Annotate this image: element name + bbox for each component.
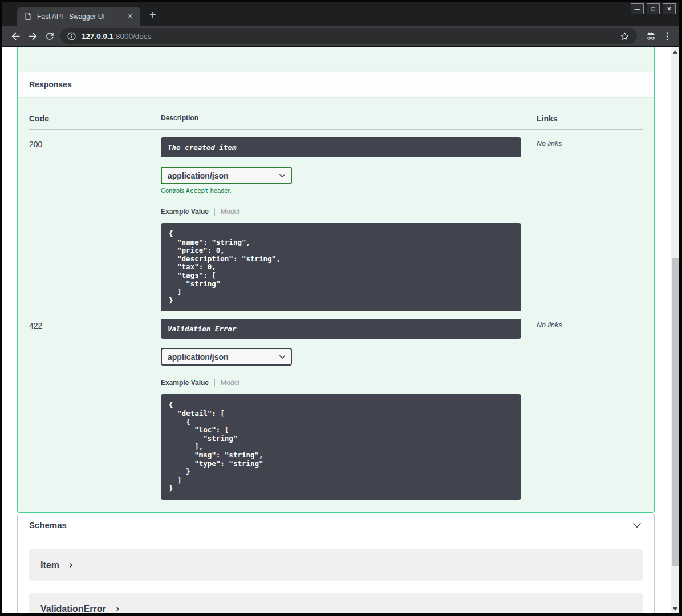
example-model-tabs: Example Value Model (161, 208, 521, 216)
opblock-spacer (18, 47, 654, 72)
links-column-header: Links (521, 114, 643, 123)
model-label: Item (40, 560, 59, 570)
schemas-models: Item ValidationError (18, 536, 654, 613)
accept-note-post: header. (209, 187, 232, 194)
tab-example-value[interactable]: Example Value (161, 379, 209, 387)
tab-model[interactable]: Model (221, 208, 239, 216)
tab-example-value[interactable]: Example Value (161, 208, 209, 216)
tabs-divider (214, 208, 215, 216)
model-label: ValidationError (40, 604, 106, 614)
response-links: No links (521, 137, 643, 311)
forward-button[interactable] (24, 27, 41, 44)
browser-toolbar: 127.0.0.1:8000/docs ⋮ (2, 26, 679, 47)
swagger-page: Responses Code Description Links 200 The… (2, 47, 679, 613)
close-button[interactable]: ✕ (663, 3, 676, 14)
incognito-profile-button[interactable] (642, 27, 660, 44)
scroll-down-icon[interactable] (673, 607, 677, 611)
tab-title: Fast API - Swagger UI (37, 13, 125, 21)
tab-fastapi-swagger[interactable]: Fast API - Swagger UI ✕ (17, 7, 140, 26)
chevron-down-icon[interactable] (631, 520, 643, 531)
schemas-title: Schemas (29, 520, 67, 530)
accept-note-code: Accept (186, 187, 209, 194)
response-row-200: 200 The created item application/json Co… (29, 130, 643, 311)
response-description-cell: Validation Error application/json Exampl… (161, 319, 521, 500)
url-text: 127.0.0.1:8000/docs (82, 32, 617, 40)
accept-note-pre: Controls (161, 187, 186, 194)
responses-title: Responses (29, 80, 643, 89)
response-row-422: 422 Validation Error application/json Ex… (29, 311, 643, 500)
bookmark-star-button[interactable] (617, 31, 632, 42)
maximize-button[interactable]: □ (647, 3, 660, 14)
media-type-select-wrap: application/json (161, 167, 292, 184)
star-icon (619, 31, 630, 42)
site-info-icon[interactable] (67, 31, 76, 41)
responses-table: Code Description Links 200 The created i… (18, 97, 654, 512)
url-host: 127.0.0.1 (82, 32, 113, 40)
example-json-200: { "name": "string", "price": 0, "descrip… (161, 223, 521, 311)
tab-strip: Fast API - Swagger UI ✕ + — □ ✕ (2, 2, 679, 26)
url-path: :8000/docs (113, 32, 151, 40)
schemas-section: Schemas Item ValidationError (17, 514, 655, 613)
new-tab-button[interactable]: + (149, 10, 156, 26)
page-scrollbar[interactable] (671, 47, 679, 613)
scroll-up-icon[interactable] (673, 50, 677, 54)
chevron-right-icon (68, 562, 74, 569)
model-item[interactable]: Item (29, 549, 643, 581)
browser-window: Fast API - Swagger UI ✕ + — □ ✕ 127.0.0.… (0, 0, 682, 616)
response-description-cell: The created item application/json Contro… (161, 137, 521, 311)
media-type-select[interactable]: application/json (161, 167, 292, 184)
address-bar[interactable]: 127.0.0.1:8000/docs (60, 28, 637, 44)
description-column-header: Description (161, 114, 521, 123)
favicon-document-icon (24, 12, 32, 21)
example-model-tabs: Example Value Model (161, 379, 521, 387)
scrollbar-thumb[interactable] (672, 258, 679, 566)
opblock-post-responses: Responses Code Description Links 200 The… (17, 47, 655, 513)
window-controls: — □ ✕ (631, 3, 676, 14)
media-type-select[interactable]: application/json (161, 348, 292, 366)
tabs-divider (214, 379, 215, 387)
example-json-422: { "detail": [ { "loc": [ "string" ], "ms… (161, 394, 521, 500)
forward-arrow-icon (27, 30, 39, 42)
chevron-right-icon (115, 606, 121, 613)
code-column-header: Code (29, 114, 161, 123)
back-button[interactable] (7, 27, 24, 44)
response-code: 422 (29, 319, 161, 500)
tab-close-icon[interactable]: ✕ (125, 11, 136, 21)
tab-model[interactable]: Model (221, 379, 239, 387)
response-links: No links (521, 319, 643, 500)
browser-menu-button[interactable]: ⋮ (660, 30, 675, 42)
accept-header-note: Controls Accept header. (161, 187, 521, 194)
response-description: The created item (161, 137, 521, 157)
responses-table-header: Code Description Links (29, 100, 643, 130)
incognito-icon (645, 30, 657, 42)
reload-button[interactable] (41, 27, 58, 44)
model-validationerror[interactable]: ValidationError (29, 593, 643, 613)
back-arrow-icon (10, 30, 22, 42)
responses-section-header: Responses (18, 72, 654, 97)
media-type-select-wrap: application/json (161, 348, 292, 366)
minimize-button[interactable]: — (631, 3, 644, 14)
response-description: Validation Error (161, 319, 521, 339)
reload-icon (44, 31, 55, 42)
response-code: 200 (29, 137, 161, 311)
schemas-header[interactable]: Schemas (18, 514, 654, 536)
